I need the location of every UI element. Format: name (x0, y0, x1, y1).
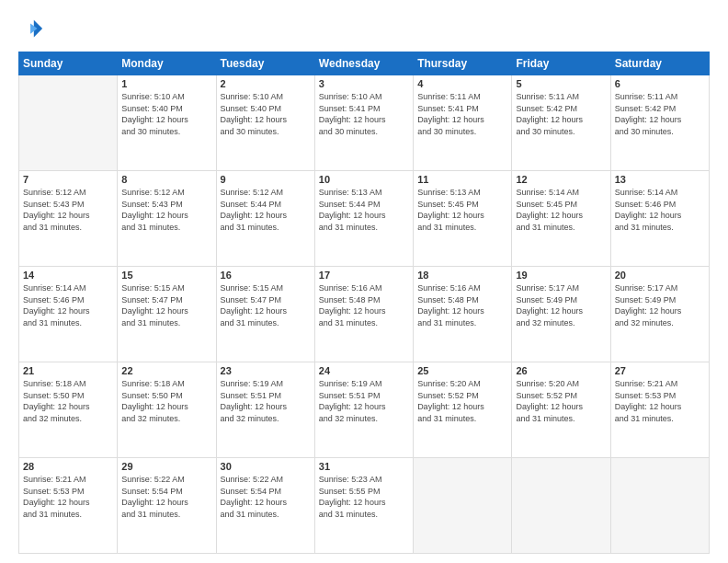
day-number: 20 (615, 270, 705, 281)
header-tuesday: Tuesday (216, 52, 314, 75)
day-number: 5 (516, 78, 606, 89)
calendar-cell: 31Sunrise: 5:23 AM Sunset: 5:55 PM Dayli… (314, 458, 413, 554)
day-number: 7 (23, 174, 113, 185)
calendar-cell: 26Sunrise: 5:20 AM Sunset: 5:52 PM Dayli… (512, 362, 610, 458)
day-number: 9 (221, 174, 311, 185)
day-info: Sunrise: 5:10 AM Sunset: 5:40 PM Dayligh… (221, 91, 311, 137)
day-info: Sunrise: 5:11 AM Sunset: 5:42 PM Dayligh… (615, 91, 705, 137)
day-info: Sunrise: 5:13 AM Sunset: 5:44 PM Dayligh… (319, 187, 409, 233)
day-info: Sunrise: 5:19 AM Sunset: 5:51 PM Dayligh… (319, 378, 409, 424)
calendar-cell: 25Sunrise: 5:20 AM Sunset: 5:52 PM Dayli… (414, 362, 512, 458)
day-number: 18 (417, 270, 507, 281)
calendar-cell: 11Sunrise: 5:13 AM Sunset: 5:45 PM Dayli… (414, 171, 512, 267)
day-info: Sunrise: 5:19 AM Sunset: 5:51 PM Dayligh… (221, 378, 311, 424)
day-number: 3 (319, 78, 409, 89)
day-number: 31 (319, 461, 409, 472)
calendar-cell: 22Sunrise: 5:18 AM Sunset: 5:50 PM Dayli… (118, 362, 216, 458)
day-number: 27 (615, 365, 705, 376)
day-info: Sunrise: 5:22 AM Sunset: 5:54 PM Dayligh… (221, 474, 311, 520)
header-monday: Monday (118, 52, 216, 75)
day-number: 25 (417, 365, 507, 376)
day-number: 19 (516, 270, 606, 281)
day-number: 12 (516, 174, 606, 185)
calendar-cell: 16Sunrise: 5:15 AM Sunset: 5:47 PM Dayli… (216, 267, 314, 362)
calendar-week-2: 7Sunrise: 5:12 AM Sunset: 5:43 PM Daylig… (19, 171, 710, 267)
calendar-cell: 5Sunrise: 5:11 AM Sunset: 5:42 PM Daylig… (512, 75, 610, 171)
calendar-header-row: SundayMondayTuesdayWednesdayThursdayFrid… (19, 52, 710, 75)
day-info: Sunrise: 5:11 AM Sunset: 5:41 PM Dayligh… (417, 91, 507, 137)
day-info: Sunrise: 5:12 AM Sunset: 5:43 PM Dayligh… (121, 187, 211, 233)
calendar-cell: 4Sunrise: 5:11 AM Sunset: 5:41 PM Daylig… (414, 75, 512, 171)
day-info: Sunrise: 5:15 AM Sunset: 5:47 PM Dayligh… (221, 282, 311, 328)
day-number: 2 (221, 78, 311, 89)
day-number: 29 (121, 461, 211, 472)
day-number: 11 (417, 174, 507, 185)
day-number: 4 (417, 78, 507, 89)
day-info: Sunrise: 5:16 AM Sunset: 5:48 PM Dayligh… (319, 282, 409, 328)
day-number: 15 (121, 270, 211, 281)
logo-icon (18, 17, 44, 42)
day-number: 1 (121, 78, 211, 89)
day-info: Sunrise: 5:14 AM Sunset: 5:46 PM Dayligh… (615, 187, 705, 233)
day-number: 10 (319, 174, 409, 185)
calendar-cell: 24Sunrise: 5:19 AM Sunset: 5:51 PM Dayli… (314, 362, 413, 458)
day-info: Sunrise: 5:20 AM Sunset: 5:52 PM Dayligh… (417, 378, 507, 424)
day-number: 8 (121, 174, 211, 185)
calendar-cell: 3Sunrise: 5:10 AM Sunset: 5:41 PM Daylig… (314, 75, 413, 171)
calendar-table: SundayMondayTuesdayWednesdayThursdayFrid… (18, 52, 710, 554)
header-sunday: Sunday (19, 52, 118, 75)
day-info: Sunrise: 5:10 AM Sunset: 5:41 PM Dayligh… (319, 91, 409, 137)
day-number: 21 (23, 365, 113, 376)
calendar-cell: 27Sunrise: 5:21 AM Sunset: 5:53 PM Dayli… (610, 362, 709, 458)
header-thursday: Thursday (414, 52, 512, 75)
day-info: Sunrise: 5:18 AM Sunset: 5:50 PM Dayligh… (23, 378, 113, 424)
calendar-week-5: 28Sunrise: 5:21 AM Sunset: 5:53 PM Dayli… (19, 458, 710, 554)
calendar-cell (512, 458, 610, 554)
day-number: 6 (615, 78, 705, 89)
calendar-cell: 6Sunrise: 5:11 AM Sunset: 5:42 PM Daylig… (610, 75, 709, 171)
calendar-cell: 20Sunrise: 5:17 AM Sunset: 5:49 PM Dayli… (610, 267, 709, 362)
day-info: Sunrise: 5:13 AM Sunset: 5:45 PM Dayligh… (417, 187, 507, 233)
calendar-cell: 21Sunrise: 5:18 AM Sunset: 5:50 PM Dayli… (19, 362, 118, 458)
header-saturday: Saturday (610, 52, 709, 75)
day-number: 22 (121, 365, 211, 376)
day-info: Sunrise: 5:14 AM Sunset: 5:46 PM Dayligh… (23, 282, 113, 328)
calendar-cell: 13Sunrise: 5:14 AM Sunset: 5:46 PM Dayli… (610, 171, 709, 267)
day-number: 26 (516, 365, 606, 376)
calendar-cell: 1Sunrise: 5:10 AM Sunset: 5:40 PM Daylig… (118, 75, 216, 171)
day-info: Sunrise: 5:21 AM Sunset: 5:53 PM Dayligh… (615, 378, 705, 424)
calendar-cell: 23Sunrise: 5:19 AM Sunset: 5:51 PM Dayli… (216, 362, 314, 458)
day-info: Sunrise: 5:18 AM Sunset: 5:50 PM Dayligh… (121, 378, 211, 424)
calendar-cell: 30Sunrise: 5:22 AM Sunset: 5:54 PM Dayli… (216, 458, 314, 554)
calendar-week-4: 21Sunrise: 5:18 AM Sunset: 5:50 PM Dayli… (19, 362, 710, 458)
calendar-cell: 2Sunrise: 5:10 AM Sunset: 5:40 PM Daylig… (216, 75, 314, 171)
calendar-cell: 7Sunrise: 5:12 AM Sunset: 5:43 PM Daylig… (19, 171, 118, 267)
page: SundayMondayTuesdayWednesdayThursdayFrid… (0, 0, 728, 563)
calendar-cell: 19Sunrise: 5:17 AM Sunset: 5:49 PM Dayli… (512, 267, 610, 362)
day-info: Sunrise: 5:10 AM Sunset: 5:40 PM Dayligh… (121, 91, 211, 137)
day-info: Sunrise: 5:11 AM Sunset: 5:42 PM Dayligh… (516, 91, 606, 137)
day-info: Sunrise: 5:22 AM Sunset: 5:54 PM Dayligh… (121, 474, 211, 520)
calendar-cell (414, 458, 512, 554)
calendar-cell: 10Sunrise: 5:13 AM Sunset: 5:44 PM Dayli… (314, 171, 413, 267)
day-info: Sunrise: 5:15 AM Sunset: 5:47 PM Dayligh… (121, 282, 211, 328)
calendar-cell: 18Sunrise: 5:16 AM Sunset: 5:48 PM Dayli… (414, 267, 512, 362)
day-number: 28 (23, 461, 113, 472)
header-wednesday: Wednesday (314, 52, 413, 75)
calendar-cell: 14Sunrise: 5:14 AM Sunset: 5:46 PM Dayli… (19, 267, 118, 362)
day-info: Sunrise: 5:16 AM Sunset: 5:48 PM Dayligh… (417, 282, 507, 328)
calendar-cell: 15Sunrise: 5:15 AM Sunset: 5:47 PM Dayli… (118, 267, 216, 362)
calendar-week-1: 1Sunrise: 5:10 AM Sunset: 5:40 PM Daylig… (19, 75, 710, 171)
day-number: 13 (615, 174, 705, 185)
calendar-cell: 8Sunrise: 5:12 AM Sunset: 5:43 PM Daylig… (118, 171, 216, 267)
calendar-cell (610, 458, 709, 554)
day-info: Sunrise: 5:12 AM Sunset: 5:44 PM Dayligh… (221, 187, 311, 233)
header-friday: Friday (512, 52, 610, 75)
calendar-cell: 17Sunrise: 5:16 AM Sunset: 5:48 PM Dayli… (314, 267, 413, 362)
calendar-cell: 9Sunrise: 5:12 AM Sunset: 5:44 PM Daylig… (216, 171, 314, 267)
day-number: 30 (221, 461, 311, 472)
calendar-cell: 28Sunrise: 5:21 AM Sunset: 5:53 PM Dayli… (19, 458, 118, 554)
day-number: 24 (319, 365, 409, 376)
logo (18, 17, 48, 42)
day-info: Sunrise: 5:14 AM Sunset: 5:45 PM Dayligh… (516, 187, 606, 233)
